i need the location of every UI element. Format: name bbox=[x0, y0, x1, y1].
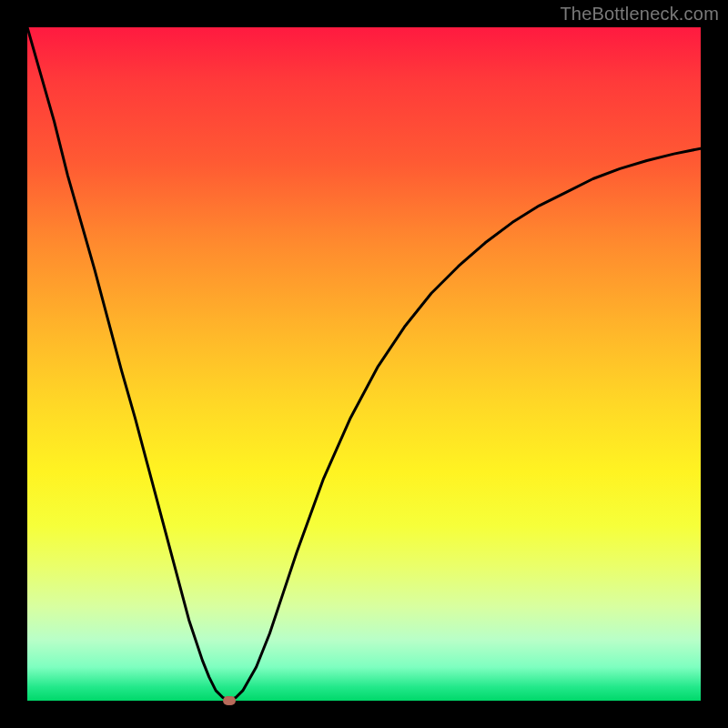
watermark-text: TheBottleneck.com bbox=[560, 4, 719, 25]
optimum-marker bbox=[223, 696, 236, 705]
plot-area bbox=[27, 27, 701, 701]
bottleneck-curve bbox=[27, 27, 701, 701]
chart-frame: TheBottleneck.com bbox=[0, 0, 728, 728]
